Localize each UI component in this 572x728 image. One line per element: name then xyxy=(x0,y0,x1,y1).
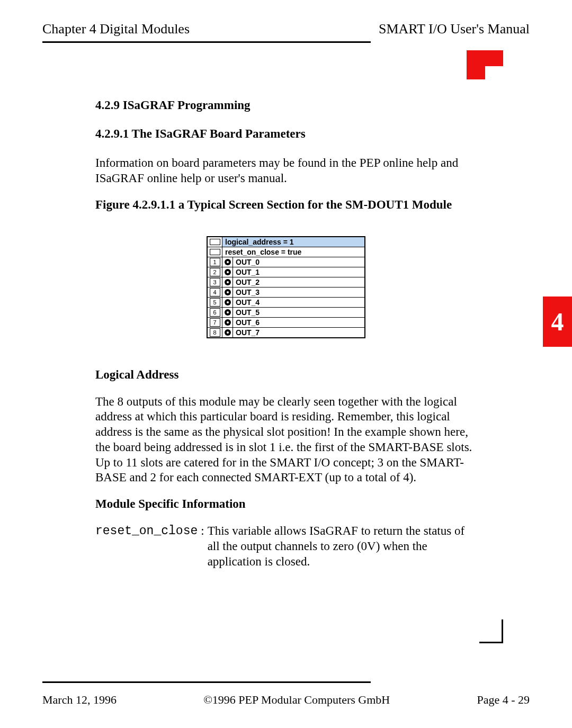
output-row: 6 OUT_5 xyxy=(208,308,364,318)
section-heading: 4.2.9 ISaGRAF Programming xyxy=(95,98,477,112)
intro-paragraph: Information on board parameters may be f… xyxy=(95,156,477,186)
subsection-heading: 4.2.9.1 The ISaGRAF Board Parameters xyxy=(95,127,477,141)
corner-crop-mark-icon xyxy=(479,619,503,643)
output-row: 1 OUT_0 xyxy=(208,257,364,267)
param-row: logical_address = 1 xyxy=(208,237,364,247)
status-dot-icon xyxy=(225,259,231,265)
footer-page: Page 4 - 29 xyxy=(477,693,530,707)
crop-mark-icon xyxy=(453,50,503,79)
isagraf-board-figure: logical_address = 1 reset_on_close = tru… xyxy=(207,236,365,338)
output-label: OUT_0 xyxy=(233,257,364,267)
output-label: OUT_2 xyxy=(233,277,364,287)
msi-colon: : xyxy=(201,524,204,569)
bottom-rule xyxy=(42,681,371,683)
status-dot-icon xyxy=(225,329,231,336)
chapter-tab: 4 xyxy=(543,296,572,347)
param-icon xyxy=(210,239,220,245)
output-index: 7 xyxy=(210,318,220,327)
output-index: 2 xyxy=(210,268,220,276)
msi-description: This variable allows ISaGRAF to return t… xyxy=(208,524,477,569)
status-dot-icon xyxy=(225,309,231,316)
footer-date: March 12, 1996 xyxy=(42,693,117,707)
output-label: OUT_5 xyxy=(233,308,364,317)
logical-address-heading: Logical Address xyxy=(95,368,477,382)
status-dot-icon xyxy=(225,269,231,275)
status-dot-icon xyxy=(225,299,231,305)
output-row: 8 OUT_7 xyxy=(208,328,364,337)
output-label: OUT_3 xyxy=(233,287,364,297)
param-label: logical_address = 1 xyxy=(222,237,364,247)
output-row: 5 OUT_4 xyxy=(208,298,364,308)
output-row: 7 OUT_6 xyxy=(208,318,364,328)
logical-address-body: The 8 outputs of this module may be clea… xyxy=(95,394,477,486)
output-row: 4 OUT_3 xyxy=(208,287,364,298)
output-row: 2 OUT_1 xyxy=(208,267,364,277)
output-label: OUT_7 xyxy=(233,328,364,337)
figure-caption: Figure 4.2.9.1.1 a Typical Screen Sectio… xyxy=(95,198,477,212)
status-dot-icon xyxy=(225,289,231,295)
output-index: 6 xyxy=(210,308,220,317)
footer-copyright: ©1996 PEP Modular Computers GmbH xyxy=(203,693,390,707)
param-label: reset_on_close = true xyxy=(222,247,364,257)
output-index: 8 xyxy=(210,328,220,337)
output-index: 4 xyxy=(210,288,220,296)
msi-heading: Module Specific Information xyxy=(95,497,477,511)
output-label: OUT_1 xyxy=(233,267,364,277)
output-index: 3 xyxy=(210,278,220,286)
msi-key: reset_on_close xyxy=(95,524,198,569)
msi-entry: reset_on_close : This variable allows IS… xyxy=(95,524,477,569)
status-dot-icon xyxy=(225,319,231,326)
param-row: reset_on_close = true xyxy=(208,247,364,257)
chapter-header: Chapter 4 Digital Modules xyxy=(42,21,190,37)
status-dot-icon xyxy=(225,279,231,285)
output-index: 1 xyxy=(210,258,220,266)
output-label: OUT_4 xyxy=(233,298,364,307)
param-icon xyxy=(210,249,220,255)
output-label: OUT_6 xyxy=(233,318,364,327)
top-rule xyxy=(42,41,371,43)
output-row: 3 OUT_2 xyxy=(208,277,364,287)
manual-header: SMART I/O User's Manual xyxy=(379,21,530,37)
output-index: 5 xyxy=(210,298,220,307)
